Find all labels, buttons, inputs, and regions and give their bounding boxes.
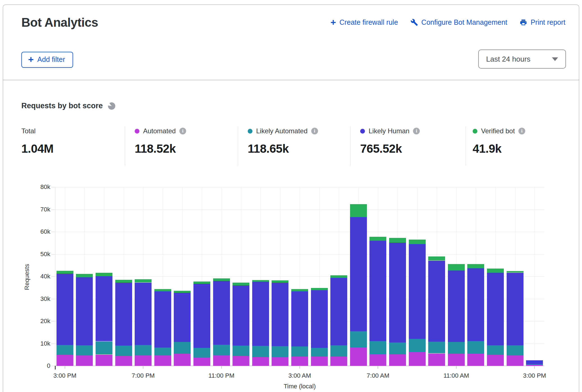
bar-segment-likely-human[interactable] — [154, 291, 171, 348]
create-firewall-rule-link[interactable]: + Create firewall rule — [330, 18, 398, 26]
bar-segment-likely-automated[interactable] — [96, 341, 112, 355]
info-icon[interactable]: i — [179, 128, 186, 134]
bar-segment-likely-automated[interactable] — [291, 346, 308, 357]
bar-segment-verified-bot[interactable] — [213, 278, 230, 281]
info-icon[interactable]: i — [413, 128, 420, 134]
bar-segment-likely-human[interactable] — [76, 277, 93, 345]
print-report-link[interactable]: Print report — [520, 18, 565, 26]
bar-segment-likely-automated[interactable] — [507, 345, 524, 356]
bar-segment-automated[interactable] — [330, 357, 347, 366]
bar-segment-automated[interactable] — [174, 354, 191, 366]
bar-segment-likely-automated[interactable] — [389, 343, 406, 354]
bar-segment-automated[interactable] — [57, 355, 73, 366]
bar-segment-likely-human[interactable] — [448, 271, 465, 342]
bar-segment-likely-human[interactable] — [135, 283, 152, 345]
add-filter-button[interactable]: + Add filter — [21, 52, 73, 68]
bar-segment-automated[interactable] — [135, 355, 152, 366]
bar-segment-automated[interactable] — [233, 356, 249, 366]
bar-segment-likely-human[interactable] — [272, 283, 288, 346]
bar-segment-automated[interactable] — [311, 357, 328, 366]
bar-segment-verified-bot[interactable] — [507, 271, 524, 273]
info-icon[interactable]: i — [311, 128, 318, 134]
bar-segment-likely-human[interactable] — [409, 244, 426, 339]
bar-segment-verified-bot[interactable] — [233, 283, 249, 285]
bar-segment-verified-bot[interactable] — [428, 256, 445, 260]
bar-segment-verified-bot[interactable] — [448, 264, 465, 271]
bar-segment-verified-bot[interactable] — [409, 240, 426, 244]
bar-segment-likely-automated[interactable] — [487, 345, 504, 355]
bar-segment-likely-automated[interactable] — [467, 341, 484, 354]
bar-segment-likely-automated[interactable] — [57, 345, 73, 355]
bar-segment-automated[interactable] — [507, 355, 524, 366]
bar-segment-likely-human[interactable] — [213, 281, 230, 345]
bar-segment-likely-automated[interactable] — [526, 364, 543, 365]
bar-segment-automated[interactable] — [448, 354, 465, 366]
bar-segment-verified-bot[interactable] — [350, 204, 367, 217]
bar-segment-likely-human[interactable] — [330, 278, 347, 345]
bar-segment-verified-bot[interactable] — [76, 274, 93, 277]
bar-segment-likely-human[interactable] — [369, 241, 386, 341]
bar-segment-verified-bot[interactable] — [272, 280, 288, 283]
bar-segment-automated[interactable] — [193, 357, 210, 366]
bar-segment-likely-human[interactable] — [233, 285, 249, 346]
bar-segment-automated[interactable] — [252, 357, 269, 366]
bar-segment-likely-human[interactable] — [96, 276, 112, 341]
bar-segment-verified-bot[interactable] — [57, 271, 73, 274]
bar-segment-likely-automated[interactable] — [154, 348, 171, 356]
bar-segment-automated[interactable] — [291, 357, 308, 366]
bar-segment-automated[interactable] — [467, 353, 484, 366]
bar-segment-verified-bot[interactable] — [154, 289, 171, 291]
bar-segment-verified-bot[interactable] — [135, 279, 152, 282]
bar-segment-automated[interactable] — [409, 352, 426, 366]
bar-segment-automated[interactable] — [76, 355, 93, 366]
bar-segment-verified-bot[interactable] — [487, 269, 504, 273]
bar-segment-likely-automated[interactable] — [76, 345, 93, 356]
bar-segment-verified-bot[interactable] — [467, 264, 484, 268]
bar-segment-likely-human[interactable] — [526, 361, 543, 364]
info-icon[interactable]: i — [518, 128, 525, 134]
bar-segment-likely-human[interactable] — [311, 290, 328, 348]
bar-segment-verified-bot[interactable] — [291, 289, 308, 292]
bar-segment-likely-human[interactable] — [507, 273, 524, 345]
bar-segment-verified-bot[interactable] — [96, 273, 112, 276]
bar-segment-likely-automated[interactable] — [272, 346, 288, 357]
bar-segment-likely-human[interactable] — [252, 282, 269, 346]
bar-segment-automated[interactable] — [96, 355, 112, 366]
bar-segment-automated[interactable] — [115, 356, 132, 366]
bar-segment-likely-human[interactable] — [467, 268, 484, 341]
bar-segment-automated[interactable] — [389, 354, 406, 366]
bar-segment-likely-automated[interactable] — [135, 345, 152, 355]
bar-segment-verified-bot[interactable] — [193, 281, 210, 284]
bar-segment-likely-automated[interactable] — [233, 346, 249, 356]
time-range-select[interactable]: Last 24 hours — [478, 49, 566, 69]
bar-segment-likely-automated[interactable] — [369, 341, 386, 354]
bar-segment-likely-human[interactable] — [57, 274, 73, 345]
bar-segment-likely-automated[interactable] — [311, 348, 328, 357]
bar-segment-verified-bot[interactable] — [174, 291, 191, 293]
bar-segment-verified-bot[interactable] — [526, 360, 543, 361]
bar-segment-automated[interactable] — [272, 357, 288, 366]
bar-segment-likely-automated[interactable] — [350, 331, 367, 347]
bar-segment-likely-human[interactable] — [174, 293, 191, 342]
bar-segment-verified-bot[interactable] — [115, 280, 132, 283]
bar-segment-likely-human[interactable] — [389, 243, 406, 343]
configure-bot-management-link[interactable]: Configure Bot Management — [410, 18, 507, 26]
bar-segment-likely-automated[interactable] — [428, 342, 445, 353]
bar-segment-automated[interactable] — [487, 355, 504, 366]
bar-segment-verified-bot[interactable] — [369, 237, 386, 241]
bar-segment-likely-human[interactable] — [291, 291, 308, 346]
bar-segment-likely-human[interactable] — [115, 283, 132, 345]
bar-segment-automated[interactable] — [154, 355, 171, 366]
bar-segment-likely-automated[interactable] — [213, 345, 230, 355]
bar-segment-automated[interactable] — [428, 353, 445, 366]
bar-segment-likely-human[interactable] — [193, 284, 210, 348]
bar-segment-likely-automated[interactable] — [330, 345, 347, 357]
bar-segment-verified-bot[interactable] — [389, 238, 406, 243]
bar-segment-likely-automated[interactable] — [193, 348, 210, 357]
bar-segment-likely-automated[interactable] — [409, 339, 426, 352]
bar-segment-automated[interactable] — [350, 347, 367, 366]
bar-segment-verified-bot[interactable] — [252, 280, 269, 282]
bar-segment-likely-automated[interactable] — [252, 346, 269, 357]
bar-segment-likely-human[interactable] — [428, 261, 445, 342]
bar-segment-likely-human[interactable] — [487, 273, 504, 345]
